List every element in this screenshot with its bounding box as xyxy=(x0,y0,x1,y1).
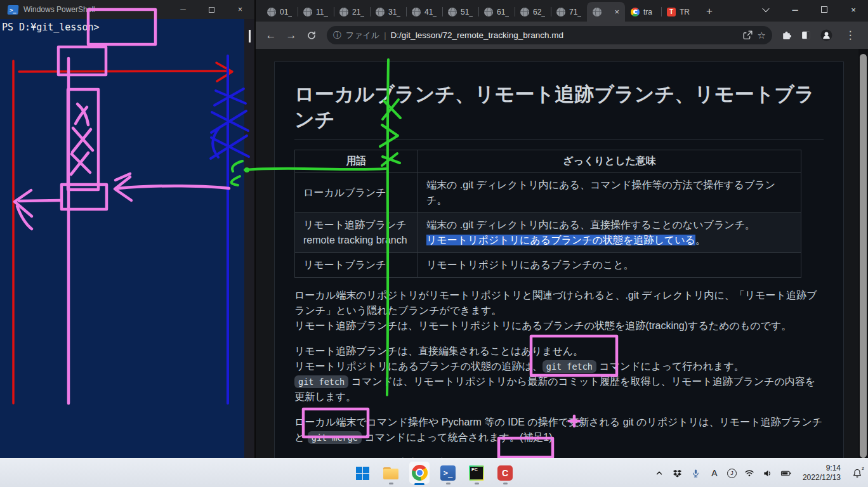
browser-viewport: ローカルブランチ、リモート追跡ブランチ、リモートブランチ 用語 ざっくりとした意… xyxy=(256,49,868,458)
chrome-button[interactable] xyxy=(409,462,430,484)
minimize-button[interactable]: ─ xyxy=(169,0,197,19)
globe-favicon-icon xyxy=(520,8,529,16)
tab-close-icon[interactable]: × xyxy=(614,7,619,16)
chevron-down-icon xyxy=(762,5,769,12)
term-cell: ローカルブランチ xyxy=(295,173,418,213)
browser-tab-trello[interactable]: T TR xyxy=(661,2,697,22)
meaning-cell: リモートリポジトリにあるブランチのこと。 xyxy=(418,253,801,278)
google-favicon-icon xyxy=(631,8,640,16)
browser-toolbar: ← → ⓘ ファイル | D:/git_lesson/72_remote_tra… xyxy=(256,22,868,49)
new-tab-button[interactable]: + xyxy=(701,3,718,20)
powershell-scrollbar[interactable] xyxy=(244,19,254,458)
browser-scrollbar-thumb[interactable] xyxy=(860,54,867,458)
browser-tab[interactable]: 01_ xyxy=(261,2,298,22)
menu-dots-icon[interactable]: ⋮ xyxy=(841,27,859,44)
browser-tabstrip: 01_ 11_ 21_ 31_ 41_ 51_ xyxy=(256,0,868,22)
inline-code: git merge xyxy=(308,431,362,444)
globe-favicon-icon xyxy=(556,8,565,16)
browser-tab[interactable]: 51_ xyxy=(442,2,478,22)
col-header-term: 用語 xyxy=(295,150,418,173)
side-panel-icon[interactable] xyxy=(801,30,812,41)
browser-tab[interactable]: 71_ xyxy=(551,2,587,22)
minimize-button[interactable]: ─ xyxy=(780,0,810,19)
table-row: リモート追跡ブランチ remote tracking branch 端末の .g… xyxy=(295,213,801,253)
powershell-scrollbar-thumb[interactable] xyxy=(249,30,251,42)
clock[interactable]: 9:14 2022/12/13 xyxy=(799,464,845,483)
microphone-tray-icon[interactable] xyxy=(690,467,702,479)
browser-tab[interactable]: 11_ xyxy=(298,2,334,22)
wifi-icon xyxy=(744,468,754,478)
dropbox-tray-icon[interactable] xyxy=(672,467,683,479)
wifi-tray-icon[interactable] xyxy=(744,467,755,479)
url-divider: | xyxy=(384,30,386,40)
browser-tab[interactable]: 41_ xyxy=(406,2,442,22)
browser-tab[interactable]: 21_ xyxy=(334,2,370,22)
term-cell: リモート追跡ブランチ remote tracking branch xyxy=(295,213,418,253)
tab-search-chevron-button[interactable] xyxy=(751,0,780,19)
close-button[interactable]: × xyxy=(839,0,868,19)
terms-table: 用語 ざっくりとした意味 ローカルブランチ 端末の .git ディレクトリ内にあ… xyxy=(294,150,801,278)
browser-scrollbar[interactable] xyxy=(858,49,868,458)
paragraph: ローカル端末でコマンド操作や Pycharm 等の IDE の操作で更新される … xyxy=(294,415,824,445)
pycharm-button[interactable]: PC xyxy=(466,460,487,486)
battery-icon xyxy=(780,469,792,478)
info-icon[interactable]: ⓘ xyxy=(333,30,341,41)
maximize-icon xyxy=(821,6,827,13)
globe-favicon-icon xyxy=(376,8,385,16)
globe-favicon-icon xyxy=(412,8,421,16)
speaker-icon xyxy=(763,469,772,478)
back-button[interactable]: ← xyxy=(262,27,280,44)
table-row: リモートブランチ リモートリポジトリにあるブランチのこと。 xyxy=(295,253,801,278)
url-scheme-label: ファイル xyxy=(346,30,379,41)
selected-text: リモートリポジトリにあるブランチの状態を追跡している xyxy=(426,235,695,245)
markdown-document: ローカルブランチ、リモート追跡ブランチ、リモートブランチ 用語 ざっくりとした意… xyxy=(274,62,844,458)
address-bar[interactable]: ⓘ ファイル | D:/git_lesson/72_remote_trackin… xyxy=(327,26,772,44)
reload-button[interactable] xyxy=(303,27,320,44)
powershell-titlebar[interactable]: >_ Windows PowerShell ─ × xyxy=(0,0,254,19)
reload-icon xyxy=(306,30,317,41)
inline-code: git fetch xyxy=(294,375,348,388)
volume-tray-icon[interactable] xyxy=(762,467,773,479)
toolbar-actions: ⋮ xyxy=(779,27,862,44)
browser-tab-google[interactable]: tra xyxy=(625,2,661,22)
profile-avatar-icon[interactable] xyxy=(820,29,832,41)
term-cell: リモートブランチ xyxy=(295,253,418,278)
taskbar: >_ PC C A J 9:14 2022/12/13 xyxy=(0,458,868,487)
forward-button[interactable]: → xyxy=(282,27,300,44)
tray-app-icon[interactable]: J xyxy=(727,469,737,478)
ime-mode-indicator[interactable]: A xyxy=(709,467,720,479)
url-text[interactable]: D:/git_lesson/72_remote_tracking_branch.… xyxy=(391,30,738,40)
maximize-button[interactable] xyxy=(197,0,226,19)
table-row: ローカルブランチ 端末の .git ディレクトリ内にある、コマンド操作等の方法で… xyxy=(295,173,801,213)
bell-z-badge: z xyxy=(862,465,864,471)
microphone-icon xyxy=(691,469,700,478)
inline-code: git fetch xyxy=(542,360,596,373)
chevron-up-icon xyxy=(655,469,664,477)
browser-tab[interactable]: 61_ xyxy=(478,2,515,22)
notification-bell[interactable]: z xyxy=(852,467,863,479)
globe-favicon-icon xyxy=(484,8,493,16)
tray-expand-chevron[interactable] xyxy=(654,467,665,479)
bookmark-star-icon[interactable]: ☆ xyxy=(758,30,766,41)
maximize-button[interactable] xyxy=(810,0,839,19)
browser-window-controls: ─ × xyxy=(751,0,868,19)
dropbox-icon xyxy=(673,469,682,478)
browser-tab-active[interactable]: × xyxy=(587,2,625,22)
powershell-button[interactable]: >_ xyxy=(438,460,458,486)
globe-favicon-icon xyxy=(339,8,348,16)
extensions-puzzle-icon[interactable] xyxy=(781,30,792,41)
file-explorer-button[interactable] xyxy=(381,460,401,486)
chrome-icon xyxy=(412,465,428,481)
browser-tab[interactable]: 62_ xyxy=(515,2,551,22)
browser-tab[interactable]: 31_ xyxy=(370,2,406,22)
folder-icon xyxy=(383,467,398,479)
tray-time: 9:14 xyxy=(803,464,841,473)
share-icon[interactable] xyxy=(742,30,753,41)
powershell-terminal[interactable]: PS D:¥git_lesson> xyxy=(0,19,254,458)
battery-tray-icon[interactable] xyxy=(780,467,792,479)
start-button[interactable] xyxy=(352,460,372,486)
powershell-window: >_ Windows PowerShell ─ × PS D:¥git_less… xyxy=(0,0,254,458)
powershell-title: Windows PowerShell xyxy=(23,5,95,14)
camtasia-button[interactable]: C xyxy=(495,460,515,486)
close-button[interactable]: × xyxy=(226,0,254,19)
